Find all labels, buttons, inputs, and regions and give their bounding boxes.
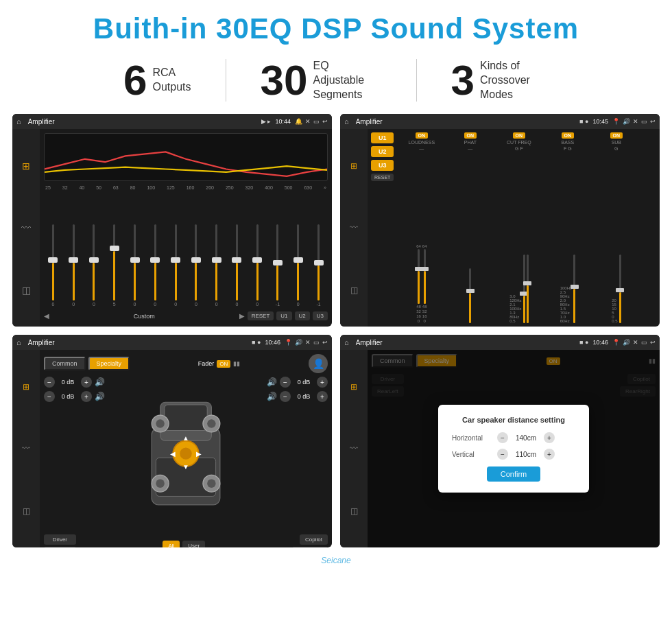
fader-plus-3[interactable]: + — [317, 377, 328, 388]
eq-slider-thumb-1[interactable] — [48, 257, 58, 263]
sub-slider-thumb[interactable] — [616, 288, 624, 292]
fader-minus-1[interactable]: − — [44, 377, 55, 388]
prev-arrow[interactable]: ◀ — [44, 312, 49, 320]
fader-minus-3[interactable]: − — [280, 377, 291, 388]
loudness-slider-a[interactable]: 64 48 32 16 0 — [416, 244, 421, 323]
eq-slider-thumb-12[interactable] — [273, 260, 283, 265]
horizontal-minus[interactable]: − — [497, 432, 508, 443]
u3-btn-2[interactable]: U3 — [371, 160, 394, 171]
eq-slider-thumb-6[interactable] — [150, 257, 160, 263]
cutfreq-slider-fill-a — [523, 296, 525, 323]
phat-slider[interactable] — [469, 268, 471, 323]
eq-slider-11[interactable]: 0 — [248, 224, 267, 307]
watermark: Seicane — [0, 554, 672, 567]
cutfreq-labels: 3.0 120Hz 2.1 100Hz 1.3 80Hz 0.5 — [509, 294, 521, 323]
close-icon-2: ✕ — [633, 118, 638, 125]
fader-minus-4[interactable]: − — [280, 391, 291, 402]
eq-slider-6[interactable]: 0 — [146, 224, 165, 307]
screen1-bar: ⌂ Amplifier ▶ ▸ 10:44 🔔 ✕ ▭ ↩ — [12, 114, 332, 129]
sub-slider[interactable] — [619, 255, 621, 323]
amp-channel-sub: ON SUB G 20 15 10 5 0 — [594, 132, 638, 323]
eq-slider-2[interactable]: 0 — [64, 224, 83, 307]
eq-slider-3[interactable]: 0 — [85, 224, 104, 307]
copilot-btn[interactable]: Copilot — [300, 534, 328, 545]
user-btn-3[interactable]: User — [182, 541, 205, 548]
eq-slider-thumb-13[interactable] — [293, 257, 303, 263]
dist-sidebar-wave-icon: 〰 — [350, 444, 358, 453]
car-diagram-svg: ▲ ▼ ◀ ▶ — [130, 377, 241, 530]
stat-crossover-label: Kinds ofCrossover Modes — [480, 59, 549, 102]
bass-slider[interactable] — [573, 255, 575, 323]
eq-slider-thumb-14[interactable] — [314, 260, 324, 265]
cutfreq-slider-thumb-b[interactable] — [523, 281, 531, 285]
user-avatar-3[interactable]: 👤 — [309, 354, 328, 373]
bass-slider-thumb[interactable] — [571, 285, 579, 289]
eq-slider-track-2 — [73, 224, 75, 300]
cutfreq-toggle[interactable]: ON — [513, 132, 526, 139]
eq-slider-7[interactable]: 0 — [167, 224, 185, 307]
fader-plus-2[interactable]: + — [81, 391, 92, 402]
eq-slider-8[interactable]: 0 — [187, 224, 205, 307]
fader-minus-2[interactable]: − — [44, 391, 55, 402]
eq-sidebar-wave-icon: 〰 — [21, 222, 31, 233]
driver-btn[interactable]: Driver — [44, 534, 76, 545]
tab-specialty-3[interactable]: Specialty — [88, 357, 130, 370]
reset-btn-1[interactable]: RESET — [248, 311, 274, 320]
fader-plus-4[interactable]: + — [317, 391, 328, 402]
fader-val-4: 0 dB — [293, 393, 314, 400]
eq-slider-thumb-9[interactable] — [212, 257, 221, 263]
eq-slider-9[interactable]: 0 — [207, 224, 226, 307]
u3-btn-1[interactable]: U3 — [313, 311, 328, 320]
u2-btn-1[interactable]: U2 — [295, 311, 310, 320]
sub-toggle[interactable]: ON — [610, 132, 623, 139]
tab-common-3[interactable]: Common — [44, 357, 86, 370]
bass-toggle[interactable]: ON — [562, 132, 575, 139]
rearright-btn[interactable]: RearRight — [292, 547, 328, 548]
phat-toggle[interactable]: ON — [464, 132, 477, 139]
eq-slider-13[interactable]: 0 — [289, 224, 307, 307]
eq-slider-1[interactable]: 0 — [44, 224, 62, 307]
loudness-slider-b[interactable]: 64 48 32 16 0 — [422, 244, 427, 323]
horizontal-plus[interactable]: + — [544, 432, 555, 443]
reset-btn-2[interactable]: RESET — [371, 174, 394, 181]
eq-slider-thumb-7[interactable] — [171, 257, 180, 263]
eq-slider-5[interactable]: 0 — [125, 224, 144, 307]
fader-on-badge[interactable]: ON — [217, 360, 230, 368]
fader-toggle-icon[interactable]: ▮▮ — [233, 360, 240, 367]
eq-slider-thumb-8[interactable] — [191, 257, 201, 263]
rearleft-btn[interactable]: RearLeft — [44, 547, 76, 548]
eq-slider-thumb-2[interactable] — [69, 257, 78, 263]
cutfreq-slider-b[interactable] — [527, 255, 529, 323]
vertical-plus[interactable]: + — [544, 449, 555, 460]
eq-slider-track-7 — [175, 224, 177, 300]
bass-label: BASS — [562, 140, 575, 145]
eq-slider-thumb-10[interactable] — [232, 257, 241, 263]
u1-btn-2[interactable]: U1 — [371, 132, 394, 143]
u1-btn-1[interactable]: U1 — [276, 311, 291, 320]
back-icon-3: ↩ — [322, 339, 328, 346]
eq-slider-thumb-5[interactable] — [130, 257, 140, 263]
sub-slider-track — [619, 255, 621, 323]
eq-slider-14[interactable]: -1 — [309, 224, 328, 307]
all-btn[interactable]: All — [163, 541, 180, 548]
home-icon-2: ⌂ — [344, 117, 349, 126]
eq-slider-thumb-4[interactable] — [110, 246, 119, 251]
vertical-minus[interactable]: − — [497, 449, 508, 460]
eq-slider-4[interactable]: 5 — [105, 224, 123, 307]
amp-channel-bass: ON BASS F G 100Hz 2.5 90Hz 2.0 — [545, 132, 590, 323]
loudness-sliders: 64 48 32 16 0 — [416, 152, 427, 323]
eq-slider-12[interactable]: -1 — [269, 224, 287, 307]
loudness-slider-thumb-b[interactable] — [420, 267, 429, 271]
fader-plus-1[interactable]: + — [81, 377, 92, 388]
eq-slider-10[interactable]: 0 — [228, 224, 246, 307]
cutfreq-slider-a[interactable] — [523, 255, 525, 323]
loudness-toggle[interactable]: ON — [416, 132, 429, 139]
cutfreq-sliders: 3.0 120Hz 2.1 100Hz 1.3 80Hz 0.5 — [509, 152, 528, 323]
eq-slider-thumb-11[interactable] — [252, 257, 262, 263]
fader-label: Fader — [198, 360, 215, 367]
u2-btn-2[interactable]: U2 — [371, 146, 394, 157]
confirm-button[interactable]: Confirm — [487, 466, 541, 482]
eq-slider-thumb-3[interactable] — [89, 257, 99, 263]
phat-slider-thumb[interactable] — [466, 289, 475, 293]
next-arrow[interactable]: ▶ — [239, 312, 245, 320]
